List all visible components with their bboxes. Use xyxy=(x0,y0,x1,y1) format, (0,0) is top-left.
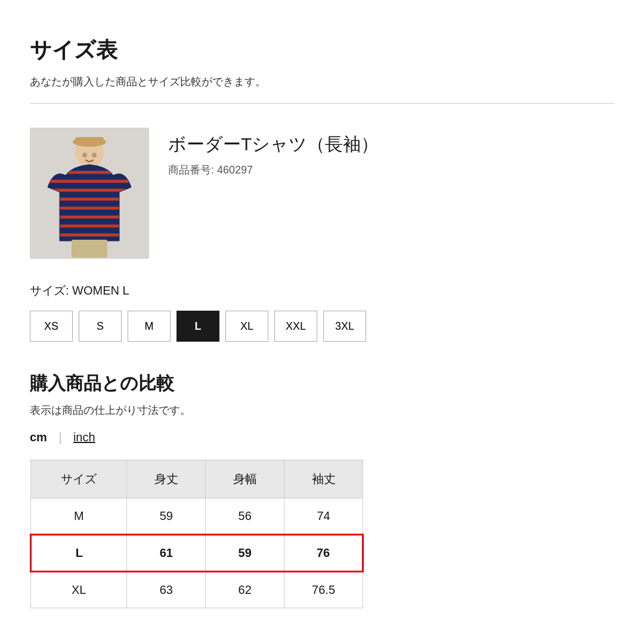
size-btn-m[interactable]: M xyxy=(128,311,171,342)
cell-width: 56 xyxy=(206,499,284,535)
table-row-highlighted: L 61 59 76 xyxy=(31,535,363,572)
cell-size-l: L xyxy=(31,535,127,572)
size-btn-s[interactable]: S xyxy=(79,311,122,342)
col-header-length: 身丈 xyxy=(127,460,206,499)
col-header-width: 身幅 xyxy=(206,460,284,499)
cell-sleeve-xl: 76.5 xyxy=(284,572,363,608)
size-buttons: XS S M L XL XXL 3XL xyxy=(30,311,614,342)
comparison-note: 表示は商品の仕上がり寸法です。 xyxy=(30,403,614,417)
col-header-sleeve: 袖丈 xyxy=(284,460,363,499)
table-header-row: サイズ 身丈 身幅 袖丈 xyxy=(31,460,363,499)
product-image xyxy=(30,128,149,259)
product-number: 商品番号: 460297 xyxy=(168,163,379,177)
unit-divider-line: ｜ xyxy=(54,429,66,445)
svg-point-14 xyxy=(82,153,87,157)
unit-cm[interactable]: cm xyxy=(30,431,47,444)
cell-sleeve: 74 xyxy=(284,499,363,535)
unit-inch[interactable]: inch xyxy=(73,431,95,444)
unit-toggle: cm ｜ inch xyxy=(30,429,614,445)
product-info: ボーダーTシャツ（長袖） 商品番号: 460297 xyxy=(168,128,379,177)
divider xyxy=(30,103,614,104)
cell-length-l: 61 xyxy=(127,535,206,572)
product-section: ボーダーTシャツ（長袖） 商品番号: 460297 xyxy=(30,128,614,259)
size-label: サイズ: WOMEN L xyxy=(30,283,614,299)
size-table: サイズ 身丈 身幅 袖丈 M 59 56 74 L 61 59 76 XL 63… xyxy=(30,460,364,608)
cell-length: 59 xyxy=(127,499,206,535)
col-header-size: サイズ xyxy=(31,460,127,499)
product-name: ボーダーTシャツ（長袖） xyxy=(168,132,379,156)
cell-sleeve-l: 76 xyxy=(284,535,363,572)
svg-rect-3 xyxy=(75,137,104,144)
cell-length-xl: 63 xyxy=(127,572,206,608)
comparison-title: 購入商品との比較 xyxy=(30,371,614,396)
page-title: サイズ表 xyxy=(30,36,614,65)
svg-rect-13 xyxy=(72,240,107,258)
size-btn-xs[interactable]: XS xyxy=(30,311,73,342)
cell-size: M xyxy=(31,499,127,535)
product-svg xyxy=(30,128,149,259)
page-subtitle: あなたが購入した商品とサイズ比較ができます。 xyxy=(30,75,614,89)
table-row: XL 63 62 76.5 xyxy=(31,572,363,608)
table-row: M 59 56 74 xyxy=(31,499,363,535)
size-btn-xxl[interactable]: XXL xyxy=(274,311,317,342)
cell-size-xl: XL xyxy=(31,572,127,608)
size-btn-xl[interactable]: XL xyxy=(225,311,268,342)
cell-width-l: 59 xyxy=(206,535,284,572)
cell-width-xl: 62 xyxy=(206,572,284,608)
size-btn-3xl[interactable]: 3XL xyxy=(323,311,366,342)
svg-point-15 xyxy=(92,153,97,157)
size-btn-l[interactable]: L xyxy=(177,311,219,342)
